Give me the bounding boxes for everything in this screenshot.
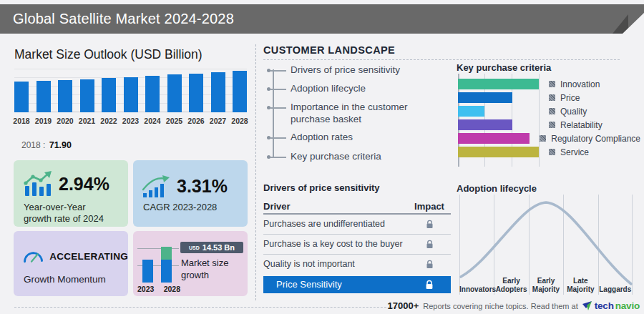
legend-swatch-icon	[549, 94, 555, 101]
lifecycle-stage-label: Early Adopters	[494, 277, 528, 294]
cagr-label: CAGR 2023-2028	[133, 197, 248, 213]
legend-swatch-icon	[549, 81, 555, 87]
legend-label: Regulatory Compliance	[551, 134, 640, 144]
footer-divider	[14, 307, 404, 308]
cagr-card: 3.31% CAGR 2023-2028	[133, 160, 248, 227]
lifecycle-stage-label: Innovators	[459, 285, 494, 294]
bar-2027	[211, 72, 225, 112]
bar-2028-base	[161, 260, 172, 283]
momentum-label: Growth Momentum	[14, 265, 128, 285]
yoy-label: Year-over-Year growth rate of 2024	[14, 197, 121, 225]
bar-column	[58, 80, 72, 112]
bar-2026	[189, 74, 203, 112]
landscape-item: Adoption rates	[267, 132, 353, 144]
bell-curve	[459, 196, 633, 289]
x-tick-label: 2021	[80, 117, 94, 125]
kpc-bar	[458, 106, 484, 117]
table-row: Purchases are undifferentiated	[263, 215, 451, 234]
lock-icon	[408, 280, 451, 290]
kpc-row: Quality	[458, 106, 640, 117]
legend-label: Price	[560, 93, 580, 103]
bar-2018	[14, 82, 29, 112]
kpc-bar	[458, 133, 530, 144]
x-tick-label: 2018	[14, 117, 29, 125]
growth-label: Market size growth	[181, 257, 238, 282]
kpc-row: Innovation	[458, 79, 640, 89]
lock-icon	[408, 240, 451, 249]
kpc-row: Price	[458, 92, 640, 103]
node-connector	[270, 89, 286, 90]
landscape-item-label: Key purchase criteria	[291, 151, 381, 163]
landscape-item-label: Importance in the customer purchase bask…	[291, 102, 430, 126]
bar-column	[211, 72, 225, 112]
node-connector	[270, 107, 286, 109]
market-size-growth-card: 2023 2028 USD 14.53 Bn Market size growt…	[133, 231, 248, 296]
kpc-bar	[458, 79, 539, 89]
currency-label: USD	[189, 245, 200, 250]
bar-2028-growth	[161, 247, 172, 260]
kpc-rows: InnovationPriceQualityRelatabilityRegula…	[458, 74, 640, 157]
speedometer-icon	[23, 247, 44, 265]
bar-column	[233, 71, 247, 112]
driver-label: Purchases are undifferentiated	[263, 219, 385, 229]
bar-2023	[142, 260, 153, 283]
bar-column	[145, 76, 160, 112]
x-tick-label: 2025	[167, 117, 182, 125]
column-impact: Impact	[408, 201, 451, 212]
legend-swatch-icon	[549, 149, 555, 155]
base-year-number: 71.90	[49, 140, 72, 150]
footer: 17000+ Reports covering niche topics. Re…	[388, 300, 640, 311]
bar-2021	[80, 79, 94, 112]
report-count: 17000+	[388, 300, 419, 311]
landscape-item-label: Drivers of price sensitivity	[291, 64, 400, 77]
growth-amount: 14.53 Bn	[203, 243, 235, 252]
growth-amount-badge: USD 14.53 Bn	[180, 242, 243, 253]
price-sensitivity-table: Driver Impact Purchases are undifferenti…	[263, 199, 451, 293]
mini-growth-chart: 2023 2028	[137, 238, 179, 288]
kpc-bar	[458, 119, 512, 130]
landscape-item: Key purchase criteria	[267, 151, 381, 163]
x-tick-label: 2022	[102, 117, 116, 125]
growth-momentum-card: ACCELERATING Growth Momentum	[14, 231, 128, 296]
technavio-logo[interactable]: technavio	[582, 300, 640, 311]
bar-chart-arrow-icon	[23, 170, 53, 197]
growth-curve-icon	[142, 175, 171, 197]
lock-icon	[408, 260, 451, 269]
gridline	[137, 248, 179, 249]
node-connector	[270, 137, 286, 139]
brand-text-tech: tech	[595, 300, 614, 311]
legend-swatch-icon	[540, 135, 546, 142]
legend-swatch-icon	[549, 108, 555, 114]
x-tick-label: 2027	[211, 117, 225, 125]
driver-label: Quality is not important	[263, 259, 355, 269]
price-sensitivity-highlight-row: Price Sensitivity	[263, 276, 451, 293]
brand-text-navio: navio	[615, 300, 640, 311]
mini-year-end: 2028	[164, 285, 180, 293]
bar-2020	[58, 80, 72, 112]
yoy-value: 2.94%	[59, 174, 109, 195]
lifecycle-stage-label: Late Majority	[563, 277, 597, 294]
x-tick-label: 2028	[233, 117, 247, 125]
kpc-bar	[458, 147, 539, 157]
highlight-label: Price Sensitivity	[276, 279, 342, 290]
base-year-value: 2018 : 71.90	[21, 140, 72, 150]
customer-landscape-title: CUSTOMER LANDSCAPE	[263, 44, 395, 56]
bar-column	[102, 78, 116, 112]
mini-year-start: 2023	[137, 285, 154, 293]
section-divider	[263, 59, 620, 60]
table-row: Quality is not important	[263, 255, 451, 274]
header-banner: Global Satellite Market 2024-2028	[0, 4, 644, 34]
bar-column	[189, 74, 203, 112]
node-connector	[270, 157, 286, 158]
market-size-bars	[14, 68, 247, 112]
landscape-item: Importance in the customer purchase bask…	[267, 102, 430, 126]
legend-label: Service	[560, 147, 589, 157]
node-connector	[270, 70, 286, 72]
column-driver: Driver	[263, 201, 291, 212]
lifecycle-labels: InnovatorsEarly AdoptersEarly MajorityLa…	[459, 277, 633, 294]
yoy-growth-card: 2.94% Year-over-Year growth rate of 2024	[14, 160, 128, 227]
footer-tagline: Reports covering niche topics. Read them…	[423, 302, 577, 310]
x-tick-label: 2020	[58, 117, 72, 125]
x-tick-label: 2019	[36, 117, 51, 125]
x-tick-label: 2026	[189, 117, 203, 125]
